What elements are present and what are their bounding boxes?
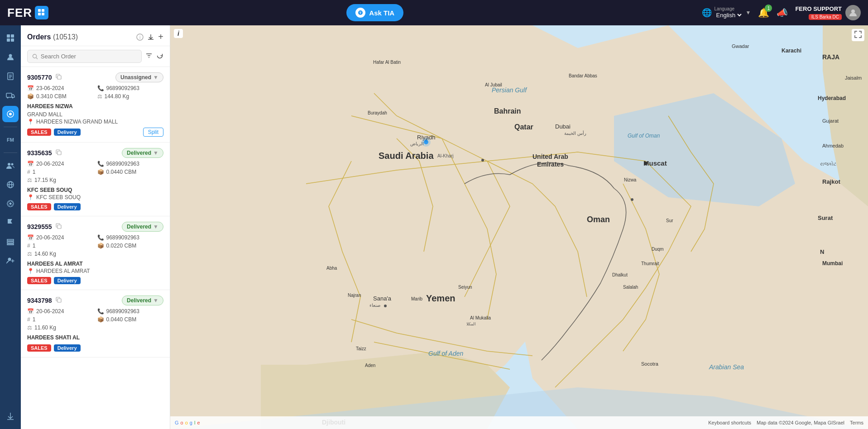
- box-icon-2: 📦: [97, 169, 104, 175]
- user-name: FERO SUPPORT: [795, 5, 842, 12]
- sidebar-divider-1: [4, 127, 17, 127]
- address-1: 📍 HARDEES NIZWA GRAND MALL: [27, 119, 163, 125]
- language-selector[interactable]: 🌐 Language English ▼: [702, 6, 751, 19]
- terms-link[interactable]: Terms: [850, 420, 863, 425]
- orders-title: Orders (10513): [27, 33, 78, 41]
- tag-delivery-2: Delivery: [54, 203, 81, 210]
- sidebar-item-inventory[interactable]: [2, 234, 19, 250]
- status-chevron-3[interactable]: ▼: [153, 224, 158, 230]
- date-3: 📅 20-06-2024: [27, 234, 94, 241]
- tag-sales-2: SALES: [27, 203, 51, 210]
- status-chevron-2[interactable]: ▼: [153, 150, 158, 156]
- sidebar-item-settings[interactable]: [2, 195, 19, 212]
- svg-point-11: [9, 54, 12, 57]
- phone-icon-2: 📞: [97, 161, 104, 167]
- qty-icon-3: #: [27, 243, 30, 249]
- weight-1: ⚖ 144.80 Kg: [97, 93, 164, 100]
- copy-icon-3[interactable]: [56, 223, 62, 230]
- keyboard-shortcuts[interactable]: Keyboard shortcuts: [708, 420, 751, 425]
- svg-rect-26: [7, 239, 14, 241]
- svg-text:Salalah: Salalah: [623, 285, 638, 290]
- svg-point-34: [33, 54, 36, 57]
- search-input[interactable]: [41, 53, 137, 60]
- svg-text:Nizwa: Nizwa: [624, 177, 637, 182]
- svg-rect-27: [7, 242, 14, 243]
- lang-chevron-icon: ▼: [746, 10, 751, 16]
- split-button-1[interactable]: Split: [143, 128, 163, 137]
- status-chevron-4[interactable]: ▼: [153, 297, 158, 304]
- order-id-4: 9343798: [27, 297, 52, 304]
- svg-rect-38: [58, 225, 61, 229]
- svg-line-35: [36, 57, 38, 59]
- sidebar-item-download[interactable]: [2, 408, 19, 424]
- ask-tia-button[interactable]: T Ask TIA: [346, 4, 403, 21]
- orders-header-icons: i +: [136, 32, 163, 42]
- svg-text:United Arab: United Arab: [532, 153, 568, 160]
- orders-download-icon[interactable]: [147, 33, 154, 41]
- sidebar-item-dashboard[interactable]: [2, 30, 19, 46]
- phone-3: 📞 96899092963: [97, 234, 164, 241]
- copy-icon-1[interactable]: [56, 74, 62, 81]
- megaphone-icon[interactable]: 📣: [777, 7, 788, 18]
- svg-rect-39: [58, 299, 61, 302]
- tags-1: SALES Delivery Split: [27, 128, 163, 137]
- tag-sales-3: SALES: [27, 277, 51, 284]
- refresh-icon[interactable]: [156, 52, 163, 61]
- notification-bell[interactable]: 🔔 1: [758, 7, 769, 18]
- order-id-3: 9329555: [27, 223, 52, 230]
- sidebar-item-fm[interactable]: FM: [2, 132, 19, 148]
- svg-text:Muscat: Muscat: [643, 159, 667, 167]
- sidebar-item-clipboard[interactable]: [2, 68, 19, 84]
- svg-text:رأس الخيمة: رأس الخيمة: [564, 130, 586, 136]
- phone-icon-1: 📞: [97, 85, 104, 91]
- map-data-credit: Map data ©2024 Google, Mapa GISrael: [757, 420, 844, 425]
- logo: FER: [7, 6, 48, 20]
- svg-text:RAJA: RAJA: [822, 53, 839, 61]
- sidebar-item-add-person[interactable]: [2, 253, 19, 269]
- map-expand-button[interactable]: [852, 29, 864, 41]
- sidebar-item-users[interactable]: [2, 49, 19, 65]
- svg-text:Sur: Sur: [666, 218, 673, 223]
- location-name-1: GRAND MALL: [27, 111, 163, 118]
- svg-text:Aden: Aden: [365, 363, 375, 368]
- status-badge-3: Delivered ▼: [122, 222, 163, 232]
- map-info-button[interactable]: i: [174, 29, 183, 38]
- map-area[interactable]: Bahrain Qatar Dubai United Arab Emirates…: [170, 25, 868, 429]
- sidebar-item-team[interactable]: [2, 157, 19, 174]
- avatar: [845, 5, 861, 20]
- status-chevron-1[interactable]: ▼: [153, 74, 158, 81]
- svg-rect-2: [38, 13, 41, 15]
- svg-rect-28: [7, 244, 14, 245]
- calendar-icon-1: 📅: [27, 85, 34, 91]
- tag-sales-1: SALES: [27, 129, 51, 136]
- svg-text:Saudi Arabia: Saudi Arabia: [379, 151, 434, 161]
- search-icon: [32, 53, 38, 60]
- svg-text:Gulf of Aden: Gulf of Aden: [428, 350, 464, 357]
- filter-icon[interactable]: [145, 52, 153, 61]
- svg-rect-36: [58, 76, 61, 79]
- sidebar-item-globe[interactable]: [2, 176, 19, 193]
- svg-rect-0: [38, 9, 41, 12]
- phone-icon-4: 📞: [97, 308, 104, 315]
- pin-icon-2: 📍: [27, 194, 34, 200]
- svg-rect-7: [7, 34, 10, 38]
- orders-add-icon[interactable]: +: [158, 32, 163, 42]
- map-footer: Google Keyboard shortcuts Map data ©2024…: [170, 416, 868, 429]
- tag-delivery-4: Delivery: [54, 344, 81, 352]
- svg-text:Emirates: Emirates: [537, 161, 564, 168]
- svg-point-21: [8, 163, 10, 166]
- language-select[interactable]: English: [715, 11, 743, 19]
- search-box[interactable]: [27, 50, 142, 63]
- date-4: 📅 20-06-2024: [27, 308, 94, 315]
- calendar-icon-2: 📅: [27, 161, 34, 167]
- copy-icon-4[interactable]: [56, 297, 62, 304]
- svg-point-45: [631, 198, 633, 201]
- svg-point-20: [9, 113, 12, 115]
- sidebar-item-flag[interactable]: [2, 214, 19, 231]
- sidebar-item-truck[interactable]: [2, 87, 19, 103]
- sidebar-item-routes[interactable]: [2, 106, 19, 122]
- svg-point-43: [481, 159, 484, 162]
- orders-info-icon[interactable]: i: [136, 33, 144, 41]
- search-area: [21, 46, 170, 67]
- copy-icon-2[interactable]: [56, 149, 62, 157]
